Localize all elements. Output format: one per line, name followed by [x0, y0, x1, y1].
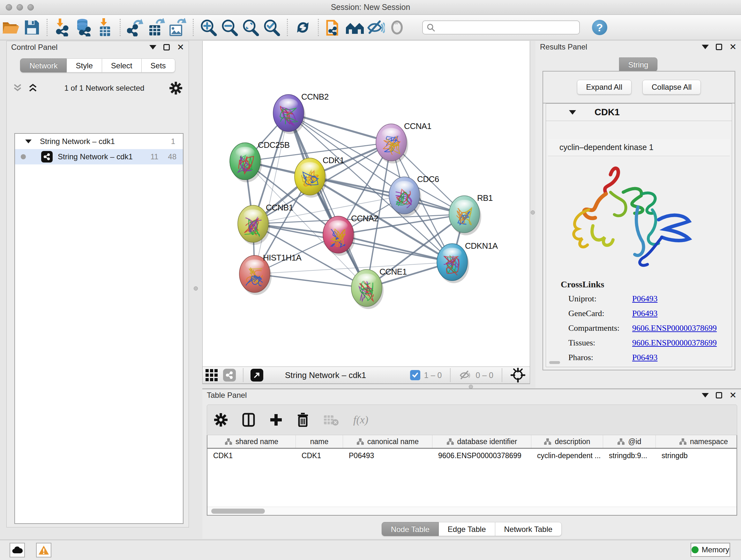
cloud-status-button[interactable] [10, 543, 25, 557]
open-session-button[interactable] [0, 17, 21, 38]
node-CCNB1[interactable]: CCNB1 [238, 203, 293, 245]
selected-checkbox-icon[interactable] [410, 370, 420, 380]
zoom-out-icon [221, 19, 239, 36]
birdseye-toggle-button[interactable] [203, 365, 220, 385]
control-panel-title: Control Panel [11, 43, 57, 52]
node-CCNA2[interactable]: CCNA2 [323, 213, 379, 256]
table-hscrollbar[interactable] [207, 507, 737, 515]
export-network-button[interactable] [125, 17, 146, 38]
node-HIST1H1A[interactable]: HIST1H1A [239, 253, 301, 295]
right-splitter-handle[interactable] [531, 210, 535, 214]
tab-node-table[interactable]: Node Table [382, 522, 439, 536]
close-panel-icon[interactable]: ✕ [729, 392, 737, 398]
expand-all-button[interactable]: Expand All [577, 80, 631, 95]
float-panel-icon[interactable] [163, 44, 170, 51]
column-header-canonical-name[interactable]: canonical name [343, 435, 432, 448]
show-columns-icon[interactable] [242, 413, 255, 427]
tab-network-table[interactable]: Network Table [495, 522, 562, 536]
node-RB1[interactable]: RB1 [449, 193, 493, 235]
close-panel-icon[interactable]: ✕ [177, 44, 184, 51]
panel-menu-icon[interactable] [149, 45, 156, 50]
memory-button[interactable]: Memory [690, 543, 730, 557]
node-CCNA1[interactable]: CCNA1 [376, 121, 431, 164]
show-all-button[interactable] [387, 17, 408, 38]
panel-menu-icon[interactable] [702, 45, 709, 49]
tab-edge-table[interactable]: Edge Table [439, 522, 495, 536]
import-network-from-database-button[interactable] [73, 17, 94, 38]
crosslink-tissues[interactable]: 9606.ENSP00000378699 [632, 338, 717, 348]
column-header-description[interactable]: description [531, 435, 603, 448]
crosslink-compartments[interactable]: 9606.ENSP00000378699 [632, 323, 717, 333]
table-cell[interactable]: stringdb [656, 451, 737, 460]
node-table[interactable]: shared namenamecanonical namedatabase id… [207, 435, 737, 516]
column-header-shared-name[interactable]: shared name [207, 435, 296, 448]
hide-selected-button[interactable] [365, 17, 387, 38]
collapse-all-icon[interactable] [13, 83, 24, 93]
tab-style[interactable]: Style [67, 58, 102, 72]
network-canvas[interactable]: CCNB2CCNA1CDC25BCDK1CDC6RB1CCNB1CCNA2CDK… [202, 41, 530, 367]
network-row[interactable]: String Network – cdk1 11 48 [15, 149, 183, 165]
tab-string[interactable]: String [619, 57, 658, 71]
zoom-fit-button[interactable] [240, 17, 261, 38]
search-input[interactable] [435, 23, 572, 32]
table-cell[interactable]: CDK1 [207, 451, 296, 460]
delete-column-trash-icon[interactable] [297, 413, 309, 427]
table-cell[interactable]: cyclin-dependent ... [531, 451, 603, 460]
warnings-button[interactable] [36, 543, 51, 557]
zoom-in-button[interactable] [198, 17, 219, 38]
tab-sets[interactable]: Sets [142, 58, 175, 72]
help-button[interactable]: ? [592, 20, 607, 35]
crosslink-uniprot[interactable]: P06493 [632, 294, 657, 304]
node-CDC25B[interactable]: CDC25B [230, 140, 290, 182]
gene-collapse-icon[interactable] [569, 110, 576, 115]
first-neighbors-button[interactable] [344, 17, 365, 38]
node-CDKN1A[interactable]: CDKN1A [437, 241, 498, 283]
export-table-button[interactable] [146, 17, 167, 38]
import-table-from-file-button[interactable] [94, 17, 115, 38]
tab-select[interactable]: Select [102, 58, 142, 72]
gene-header[interactable]: CDK1 [546, 104, 732, 121]
panel-menu-icon[interactable] [702, 393, 709, 397]
zoom-selected-button[interactable] [261, 17, 282, 38]
node-CCNE1[interactable]: CCNE1 [351, 267, 407, 309]
table-settings-gear-icon[interactable] [214, 413, 227, 427]
results-hscroll-thumb[interactable] [549, 361, 560, 364]
table-cell[interactable]: stringdb:9... [603, 451, 656, 460]
edge-CCNB2-HIST1H1A[interactable] [255, 113, 288, 274]
table-row[interactable]: CDK1CDK1P064939606.ENSP00000378699cyclin… [207, 449, 737, 462]
string-view-toggle-button[interactable] [220, 365, 239, 385]
apply-layout-button[interactable] [292, 17, 313, 38]
export-view-button[interactable] [248, 365, 266, 385]
float-panel-icon[interactable] [716, 44, 722, 50]
export-image-button[interactable] [167, 17, 188, 38]
crosslink-genecard[interactable]: P06493 [632, 309, 657, 318]
left-splitter-handle[interactable] [194, 287, 198, 291]
collection-expand-icon[interactable] [25, 139, 31, 143]
add-column-plus-icon[interactable] [270, 414, 282, 426]
save-session-button[interactable] [21, 17, 42, 38]
expand-all-icon[interactable] [28, 83, 39, 93]
import-network-from-file-button[interactable] [52, 17, 73, 38]
column-header-namespace[interactable]: namespace [656, 435, 737, 448]
fit-selected-crosshair-icon[interactable] [511, 368, 525, 382]
gear-icon[interactable] [170, 82, 182, 95]
zoom-out-button[interactable] [219, 17, 240, 38]
node-CDK1[interactable]: CDK1 [294, 155, 344, 198]
close-panel-icon[interactable]: ✕ [729, 44, 737, 50]
save-icon [24, 20, 39, 35]
collapse-all-button[interactable]: Collapse All [643, 80, 701, 95]
column-header-database-identifier[interactable]: database identifier [432, 435, 531, 448]
column-header--id[interactable]: @id [603, 435, 656, 448]
column-header-name[interactable]: name [296, 435, 343, 448]
table-cell[interactable]: CDK1 [296, 451, 343, 460]
table-hscroll-thumb[interactable] [211, 509, 265, 514]
new-network-from-selection-button[interactable] [323, 17, 344, 38]
node-CCNB2[interactable]: CCNB2 [273, 92, 329, 134]
refresh-icon [294, 19, 311, 36]
crosslink-pharos[interactable]: P06493 [632, 353, 657, 362]
network-collection-row[interactable]: String Network – cdk1 1 [15, 134, 183, 149]
table-cell[interactable]: 9606.ENSP00000378699 [432, 451, 531, 460]
float-panel-icon[interactable] [716, 392, 722, 398]
table-cell[interactable]: P06493 [343, 451, 432, 460]
tab-network[interactable]: Network [20, 58, 67, 72]
